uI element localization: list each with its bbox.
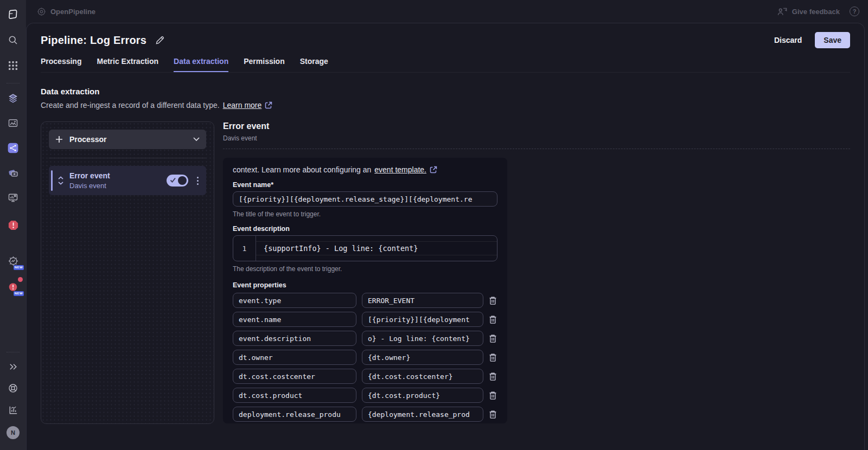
workflows-app-icon[interactable] bbox=[5, 165, 21, 181]
support-icon[interactable] bbox=[5, 381, 21, 396]
problems-new-app-icon[interactable]: NEW bbox=[5, 279, 21, 294]
processor-item-subtitle: Davis event bbox=[69, 182, 110, 190]
event-form-panel: context. Learn more about configuring an… bbox=[223, 158, 507, 423]
learn-more-link[interactable]: Learn more bbox=[223, 101, 262, 110]
expand-sidebar-icon[interactable] bbox=[5, 359, 21, 374]
layers-app-icon[interactable] bbox=[5, 91, 21, 106]
event-property-row bbox=[233, 388, 497, 403]
event-template-link[interactable]: event template. bbox=[374, 165, 426, 174]
delete-property-icon[interactable] bbox=[489, 353, 497, 362]
problems-app-icon[interactable] bbox=[5, 217, 21, 233]
discard-button[interactable]: Discard bbox=[774, 36, 802, 44]
openpipeline-app-icon bbox=[37, 7, 46, 16]
event-description-editor[interactable]: 1 {supportInfo} - Log line: {content} bbox=[233, 235, 497, 261]
event-property-row bbox=[233, 331, 497, 346]
detail-subtitle: Davis event bbox=[223, 134, 850, 142]
event-name-input[interactable] bbox=[233, 191, 497, 207]
property-key-input[interactable] bbox=[233, 350, 356, 365]
property-value-input[interactable] bbox=[362, 331, 483, 346]
item-menu-icon[interactable] bbox=[196, 176, 200, 186]
main-card: Pipeline: Log Errors Discard Save Proces… bbox=[26, 23, 865, 450]
delete-property-icon[interactable] bbox=[489, 315, 497, 324]
event-properties-list bbox=[233, 293, 497, 423]
tab-storage[interactable]: Storage bbox=[300, 57, 328, 72]
page-title: Pipeline: Log Errors bbox=[41, 34, 146, 47]
property-value-input[interactable] bbox=[362, 369, 483, 384]
event-property-row bbox=[233, 350, 497, 365]
context-text: context. Learn more about configuring an bbox=[233, 165, 371, 174]
event-name-help: The title of the event to trigger. bbox=[233, 210, 497, 218]
toggle-knob bbox=[178, 176, 187, 185]
add-processor-button[interactable]: Processor bbox=[49, 130, 206, 149]
davis-new-app-icon[interactable]: NEW bbox=[5, 253, 21, 268]
edit-title-icon[interactable] bbox=[155, 35, 165, 45]
app-chip: OpenPipeline bbox=[37, 7, 95, 16]
delete-property-icon[interactable] bbox=[489, 372, 497, 381]
processor-item-title: Error event bbox=[69, 171, 110, 180]
event-description-help: The description of the event to trigger. bbox=[233, 265, 497, 273]
processor-enabled-toggle[interactable] bbox=[167, 175, 188, 187]
property-key-input[interactable] bbox=[233, 388, 356, 403]
code-line[interactable]: {supportInfo} - Log line: {content} bbox=[256, 241, 497, 255]
feedback-person-icon bbox=[777, 7, 788, 16]
app-sidebar: NEW NEW N bbox=[0, 0, 26, 450]
event-property-row bbox=[233, 312, 497, 327]
tab-permission[interactable]: Permission bbox=[244, 57, 284, 72]
search-icon[interactable] bbox=[5, 33, 21, 48]
delete-property-icon[interactable] bbox=[489, 334, 497, 343]
external-link-icon bbox=[265, 101, 272, 109]
tab-metric-extraction[interactable]: Metric Extraction bbox=[97, 57, 158, 72]
external-link-icon bbox=[430, 166, 437, 173]
event-property-row bbox=[233, 369, 497, 384]
event-property-row bbox=[233, 407, 497, 422]
line-number: 1 bbox=[233, 236, 256, 261]
pipeline-app-icon[interactable] bbox=[5, 140, 21, 156]
help-icon[interactable]: ? bbox=[850, 7, 859, 16]
add-processor-label: Processor bbox=[69, 135, 106, 144]
avatar-initial: N bbox=[7, 426, 20, 439]
event-description-label: Event description bbox=[233, 225, 497, 233]
delete-property-icon[interactable] bbox=[489, 410, 497, 419]
dynatrace-logo-icon[interactable] bbox=[5, 7, 21, 22]
hosts-app-icon[interactable] bbox=[5, 190, 21, 205]
property-key-input[interactable] bbox=[233, 407, 356, 422]
tab-data-extraction[interactable]: Data extraction bbox=[174, 57, 228, 72]
plus-icon bbox=[55, 136, 63, 143]
section-title: Data extraction bbox=[41, 87, 850, 96]
save-button[interactable]: Save bbox=[815, 32, 850, 48]
tab-processing[interactable]: Processing bbox=[41, 57, 81, 72]
drag-handle-icon[interactable] bbox=[58, 175, 64, 186]
event-name-label: Event name* bbox=[233, 181, 497, 189]
property-key-input[interactable] bbox=[233, 331, 356, 346]
chevron-down-icon bbox=[193, 137, 200, 142]
check-icon bbox=[170, 177, 176, 183]
property-value-input[interactable] bbox=[362, 350, 483, 365]
delete-property-icon[interactable] bbox=[489, 296, 497, 305]
property-key-input[interactable] bbox=[233, 293, 356, 308]
top-strip: OpenPipeline Give feedback ? bbox=[26, 0, 868, 23]
sidebar-divider bbox=[7, 83, 20, 83]
detail-divider bbox=[223, 149, 850, 149]
property-value-input[interactable] bbox=[362, 312, 483, 327]
processor-list-panel: Processor Error event Davis event bbox=[41, 121, 214, 424]
property-value-input[interactable] bbox=[362, 407, 483, 422]
give-feedback-button[interactable]: Give feedback bbox=[777, 7, 840, 16]
notification-dot bbox=[18, 277, 23, 282]
property-value-input[interactable] bbox=[362, 293, 483, 308]
user-avatar[interactable]: N bbox=[5, 425, 21, 440]
usage-chart-icon[interactable] bbox=[5, 402, 21, 417]
processor-list-item[interactable]: Error event Davis event bbox=[49, 166, 206, 195]
dashboards-app-icon[interactable] bbox=[5, 115, 21, 131]
tab-bar: ProcessingMetric ExtractionData extracti… bbox=[41, 57, 850, 73]
detail-title: Error event bbox=[223, 121, 850, 131]
property-key-input[interactable] bbox=[233, 312, 356, 327]
new-badge: NEW bbox=[14, 291, 24, 296]
property-key-input[interactable] bbox=[233, 369, 356, 384]
apps-grid-icon[interactable] bbox=[5, 58, 21, 73]
event-properties-label: Event properties bbox=[233, 281, 497, 289]
delete-property-icon[interactable] bbox=[489, 391, 497, 400]
property-value-input[interactable] bbox=[362, 388, 483, 403]
list-divider bbox=[49, 158, 206, 158]
app-title: OpenPipeline bbox=[50, 8, 95, 16]
give-feedback-label: Give feedback bbox=[792, 8, 840, 16]
